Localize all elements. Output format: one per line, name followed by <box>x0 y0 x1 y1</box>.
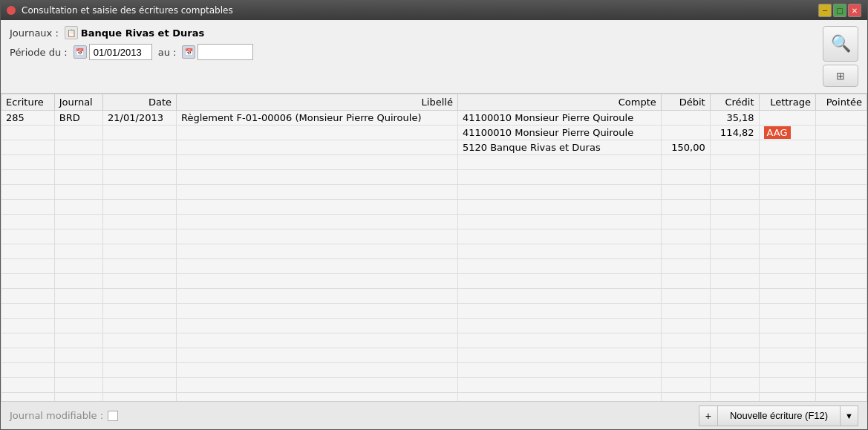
title-bar-left: Consultation et saisie des écritures com… <box>7 5 233 16</box>
table-row-empty <box>1 393 867 402</box>
journal-icon[interactable]: 📋 <box>65 26 78 39</box>
table-row[interactable]: 285 BRD 21/01/2013 Règlement F-01-00006 … <box>1 111 867 126</box>
status-bar: Journal modifiable : + Nouvelle écriture… <box>1 401 867 429</box>
table-row-empty <box>1 200 867 215</box>
col-ecriture: Ecriture <box>1 94 55 111</box>
table-row-empty <box>1 304 867 319</box>
cell-ecriture <box>1 140 55 155</box>
table-row-empty <box>1 185 867 200</box>
toolbar-rows-wrapper: Journaux : 📋 Banque Rivas et Duras Pério… <box>10 26 858 87</box>
cell-credit: 114,82 <box>710 126 759 140</box>
cell-ecriture: 285 <box>1 111 55 126</box>
cell-compte: 41100010 Monsieur Pierre Quiroule <box>457 126 661 140</box>
journal-modifiable-label: Journal modifiable : <box>10 410 103 421</box>
journaux-row: Journaux : 📋 Banque Rivas et Duras <box>10 26 253 39</box>
cell-credit <box>710 140 759 155</box>
table-row-empty <box>1 319 867 333</box>
journaux-text: Banque Rivas et Duras <box>81 27 204 39</box>
cell-pointee <box>815 111 867 126</box>
col-debit: Débit <box>661 94 710 111</box>
add-button[interactable]: + <box>699 405 717 426</box>
table-row-empty <box>1 274 867 289</box>
cell-date <box>103 140 177 155</box>
periode-row: Période du : 📅 au : 📅 <box>10 44 253 60</box>
main-content: Ecriture Journal Date Libellé Compte Déb… <box>1 94 867 401</box>
table-row[interactable]: 41100010 Monsieur Pierre Quiroule 114,82… <box>1 126 867 140</box>
cell-debit <box>661 126 710 140</box>
title-bar-controls: ─ □ ✕ <box>818 4 861 17</box>
cell-date: 21/01/2013 <box>103 111 177 126</box>
cell-libelle <box>177 126 458 140</box>
table-row-empty <box>1 229 867 244</box>
header-row: Ecriture Journal Date Libellé Compte Déb… <box>1 94 867 111</box>
table-row-empty <box>1 333 867 348</box>
status-right: + Nouvelle écriture (F12) ▼ <box>699 405 858 426</box>
journal-modifiable-checkbox[interactable] <box>108 411 118 421</box>
journaux-value: 📋 Banque Rivas et Duras <box>65 26 204 39</box>
table-row-empty <box>1 289 867 304</box>
cell-ecriture <box>1 126 55 140</box>
cell-libelle: Règlement F-01-00006 (Monsieur Pierre Qu… <box>177 111 458 126</box>
cell-lettrage <box>759 111 815 126</box>
col-libelle: Libellé <box>177 94 458 111</box>
table-row-empty <box>1 363 867 378</box>
cell-compte: 41100010 Monsieur Pierre Quiroule <box>457 111 661 126</box>
toolbar-left-col: Journaux : 📋 Banque Rivas et Duras Pério… <box>10 26 253 60</box>
close-button[interactable]: ✕ <box>848 4 861 17</box>
cell-credit: 35,18 <box>710 111 759 126</box>
table-row-empty <box>1 244 867 259</box>
lettrage-badge: AAG <box>764 126 791 139</box>
cell-debit <box>661 111 710 126</box>
entries-table: Ecriture Journal Date Libellé Compte Déb… <box>1 94 867 401</box>
dropdown-button[interactable]: ▼ <box>840 405 858 426</box>
col-compte: Compte <box>457 94 661 111</box>
title-bar: Consultation et saisie des écritures com… <box>1 1 867 20</box>
cell-date <box>103 126 177 140</box>
table-row-empty <box>1 259 867 274</box>
table-body: 285 BRD 21/01/2013 Règlement F-01-00006 … <box>1 111 867 402</box>
cell-pointee <box>815 140 867 155</box>
cell-lettrage <box>759 140 815 155</box>
date-end-wrap: 📅 <box>182 44 253 60</box>
col-pointee: Pointée <box>815 94 867 111</box>
window-dot <box>7 6 16 15</box>
minimize-button[interactable]: ─ <box>818 4 832 17</box>
table-row[interactable]: 5120 Banque Rivas et Duras 150,00 <box>1 140 867 155</box>
journaux-label: Journaux : <box>10 27 59 39</box>
cell-compte: 5120 Banque Rivas et Duras <box>457 140 661 155</box>
col-credit: Crédit <box>710 94 759 111</box>
toolbar-right: 🔍 ⊞ <box>823 26 858 87</box>
date-end-input[interactable] <box>198 44 253 60</box>
window-title: Consultation et saisie des écritures com… <box>22 5 233 16</box>
journal-modifiable-section: Journal modifiable : <box>10 410 118 421</box>
periode-label: Période du : <box>10 47 68 58</box>
new-entry-button[interactable]: Nouvelle écriture (F12) <box>717 405 840 426</box>
toolbar: Journaux : 📋 Banque Rivas et Duras Pério… <box>1 20 867 94</box>
table-container: Ecriture Journal Date Libellé Compte Déb… <box>1 94 867 401</box>
date-start-wrap: 📅 <box>74 44 152 60</box>
main-window: Consultation et saisie des écritures com… <box>0 0 868 430</box>
au-label: au : <box>158 47 177 58</box>
maximize-button[interactable]: □ <box>833 4 846 17</box>
cell-libelle <box>177 140 458 155</box>
table-row-empty <box>1 170 867 185</box>
date-start-input[interactable] <box>89 44 152 60</box>
table-row-empty <box>1 378 867 393</box>
table-header: Ecriture Journal Date Libellé Compte Déb… <box>1 94 867 111</box>
date-end-icon[interactable]: 📅 <box>182 45 195 59</box>
table-row-empty <box>1 348 867 363</box>
cell-debit: 150,00 <box>661 140 710 155</box>
table-row-empty <box>1 155 867 170</box>
table-row-empty <box>1 215 867 229</box>
col-lettrage: Lettrage <box>759 94 815 111</box>
cell-journal: BRD <box>54 111 102 126</box>
search-button[interactable]: 🔍 <box>823 26 858 62</box>
date-start-icon[interactable]: 📅 <box>74 45 87 59</box>
cell-lettrage: AAG <box>759 126 815 140</box>
cell-journal <box>54 126 102 140</box>
cell-pointee <box>815 126 867 140</box>
view-button[interactable]: ⊞ <box>823 65 858 87</box>
col-journal: Journal <box>54 94 102 111</box>
col-date: Date <box>103 94 177 111</box>
cell-journal <box>54 140 102 155</box>
